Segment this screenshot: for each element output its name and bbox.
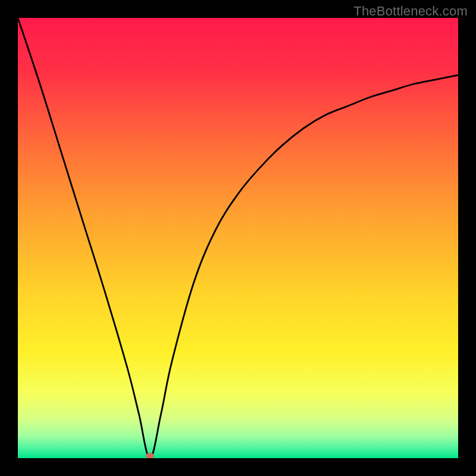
watermark-text: TheBottleneck.com	[353, 4, 468, 19]
minimum-marker-icon	[146, 453, 154, 458]
curve-layer	[18, 18, 458, 458]
bottleneck-curve	[18, 18, 458, 458]
chart-frame: TheBottleneck.com	[0, 0, 476, 476]
plot-area	[18, 18, 458, 458]
